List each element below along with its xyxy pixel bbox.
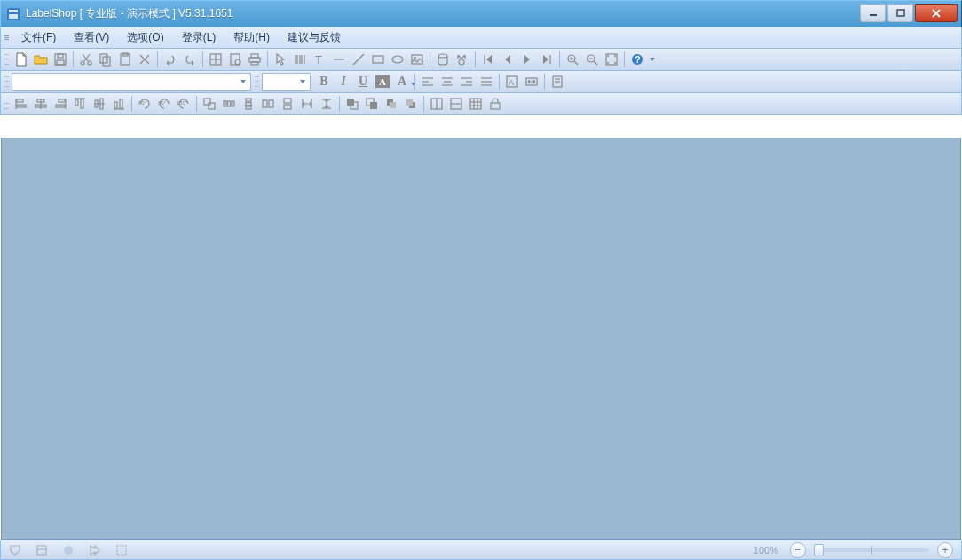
- svg-rect-126: [117, 546, 126, 555]
- zoom-out-status-button[interactable]: −: [790, 542, 806, 558]
- distribute-v-button[interactable]: [239, 94, 258, 114]
- status-icon-2[interactable]: [33, 542, 51, 558]
- menu-login[interactable]: 登录(L): [173, 28, 225, 48]
- same-height-button[interactable]: [278, 94, 297, 114]
- menu-file[interactable]: 文件(F): [12, 28, 65, 48]
- font-family-combo[interactable]: [12, 73, 251, 91]
- zoom-in-button[interactable]: [563, 50, 582, 69]
- status-icon-4[interactable]: [86, 542, 104, 558]
- toolbar-grip[interactable]: [4, 75, 9, 89]
- last-record-button[interactable]: [537, 50, 556, 69]
- snap-grid-button[interactable]: [466, 94, 485, 114]
- toolbar-separator: [544, 74, 545, 90]
- align-right-button[interactable]: [457, 72, 477, 91]
- italic-button[interactable]: I: [334, 72, 353, 91]
- same-width-button[interactable]: [258, 94, 278, 114]
- database-button[interactable]: [433, 50, 453, 69]
- menu-help[interactable]: 帮助(H): [225, 28, 279, 48]
- space-v-button[interactable]: [317, 94, 336, 114]
- page-setup-button[interactable]: [206, 50, 225, 69]
- ellipse-tool[interactable]: [388, 50, 407, 69]
- paste-button[interactable]: [115, 50, 135, 69]
- zoom-slider[interactable]: [814, 548, 929, 552]
- space-h-button[interactable]: [297, 94, 317, 114]
- pointer-tool[interactable]: [271, 50, 290, 69]
- toolbar-grip[interactable]: [4, 52, 9, 67]
- toolbar-separator: [624, 51, 625, 67]
- print-preview-button[interactable]: [225, 50, 245, 69]
- diagonal-line-tool[interactable]: [349, 50, 368, 69]
- center-v-page-button[interactable]: [446, 94, 466, 114]
- redo-button[interactable]: [180, 50, 200, 69]
- text-tool[interactable]: T: [310, 50, 329, 69]
- copy-button[interactable]: [96, 50, 115, 69]
- stretch-text-button[interactable]: [522, 72, 541, 91]
- align-obj-right-button[interactable]: [51, 94, 70, 114]
- toolbar-overflow[interactable]: [649, 50, 656, 69]
- toolbar-grip[interactable]: [4, 30, 9, 44]
- menu-options[interactable]: 选项(O): [118, 28, 172, 48]
- close-button[interactable]: [915, 4, 958, 22]
- font-color-button[interactable]: A: [392, 72, 412, 91]
- open-button[interactable]: [31, 50, 51, 69]
- zoom-slider-thumb[interactable]: [814, 544, 824, 556]
- group-button[interactable]: [200, 94, 219, 114]
- properties-button[interactable]: [548, 72, 567, 91]
- barcode-tool[interactable]: [290, 50, 310, 69]
- window-title: LabelShop [ 专业版 - 演示模式 ] V5.31.1651: [26, 6, 860, 21]
- toolbar-grip[interactable]: [255, 75, 259, 89]
- prev-record-button[interactable]: [498, 50, 517, 69]
- align-justify-button[interactable]: [477, 72, 496, 91]
- toolbar-grip[interactable]: [4, 97, 9, 111]
- zoom-out-button[interactable]: [582, 50, 602, 69]
- workspace-canvas[interactable]: [1, 138, 961, 540]
- find-button[interactable]: [453, 50, 472, 69]
- new-button[interactable]: [12, 50, 31, 69]
- delete-button[interactable]: [135, 50, 154, 69]
- first-record-button[interactable]: [478, 50, 498, 69]
- save-button[interactable]: [51, 50, 70, 69]
- cut-button[interactable]: [76, 50, 96, 69]
- zoom-in-status-button[interactable]: +: [937, 542, 953, 558]
- menu-feedback[interactable]: 建议与反馈: [279, 28, 350, 48]
- svg-rect-84: [114, 102, 117, 108]
- fit-text-button[interactable]: A: [502, 72, 522, 91]
- line-tool[interactable]: [329, 50, 349, 69]
- svg-rect-112: [406, 99, 413, 106]
- bold-button[interactable]: B: [314, 72, 334, 91]
- align-obj-bottom-button[interactable]: [109, 94, 129, 114]
- rotate-left-90-button[interactable]: 90°: [135, 94, 154, 114]
- print-button[interactable]: [245, 50, 264, 69]
- status-icon-5[interactable]: [113, 542, 130, 558]
- align-obj-middle-v-button[interactable]: [90, 94, 109, 114]
- next-record-button[interactable]: [517, 50, 537, 69]
- help-button[interactable]: ?: [627, 50, 647, 69]
- maximize-button[interactable]: [887, 4, 913, 22]
- menu-view[interactable]: 查看(V): [65, 28, 118, 48]
- svg-rect-4: [897, 10, 904, 16]
- status-icon-1[interactable]: [6, 542, 24, 558]
- align-obj-top-button[interactable]: [70, 94, 90, 114]
- minimize-button[interactable]: [860, 4, 886, 22]
- lock-button[interactable]: [485, 94, 505, 114]
- undo-button[interactable]: [161, 50, 180, 69]
- center-h-page-button[interactable]: [427, 94, 446, 114]
- send-back-button[interactable]: [362, 94, 382, 114]
- align-obj-left-button[interactable]: [12, 94, 31, 114]
- bring-forward-button[interactable]: [382, 94, 401, 114]
- rotate-right-90-button[interactable]: 90°: [154, 94, 174, 114]
- bring-front-button[interactable]: [343, 94, 362, 114]
- font-size-combo[interactable]: [262, 73, 311, 91]
- send-backward-button[interactable]: [401, 94, 421, 114]
- highlight-button[interactable]: A: [373, 72, 392, 91]
- distribute-h-button[interactable]: [219, 94, 239, 114]
- underline-button[interactable]: U: [353, 72, 373, 91]
- align-left-button[interactable]: [418, 72, 438, 91]
- image-tool[interactable]: [407, 50, 427, 69]
- align-obj-center-h-button[interactable]: [31, 94, 51, 114]
- status-icon-3[interactable]: [59, 542, 77, 558]
- rotate-180-button[interactable]: 180°: [174, 94, 193, 114]
- rectangle-tool[interactable]: [368, 50, 388, 69]
- zoom-fit-button[interactable]: [602, 50, 621, 69]
- align-center-button[interactable]: [438, 72, 457, 91]
